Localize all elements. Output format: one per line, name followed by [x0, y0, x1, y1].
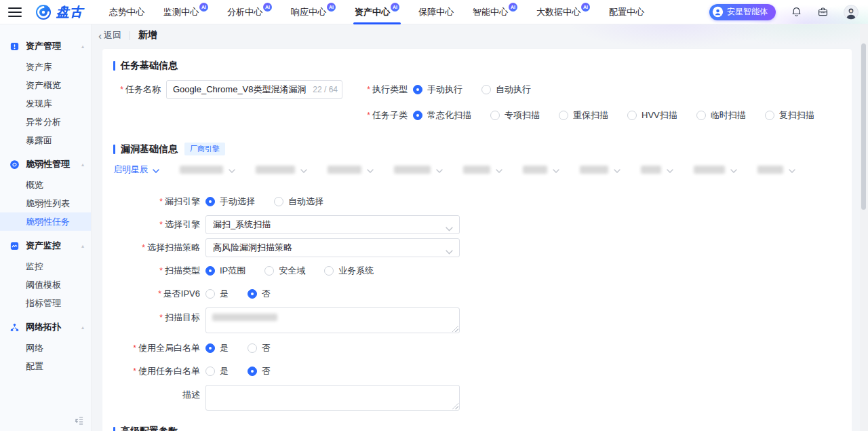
sidebar-item-资产概览[interactable]: 资产概览: [0, 76, 91, 94]
radio-option-label: 安全域: [279, 265, 305, 277]
sidebar-item-配置[interactable]: 配置: [0, 357, 91, 375]
nav-item-保障中心[interactable]: 保障中心: [414, 0, 458, 24]
chevron-down-icon: [496, 165, 502, 175]
vendor-select-qimingxingchen[interactable]: 启明星辰: [113, 164, 159, 176]
section-advanced-config: 高级配置参数 ≂: [113, 426, 841, 431]
sidebar-item-监控[interactable]: 监控: [0, 257, 91, 276]
back-button[interactable]: ‹ 返回: [98, 29, 121, 41]
redacted-text: [580, 166, 608, 174]
sidebar-item-网络[interactable]: 网络: [0, 339, 91, 357]
menu-toggle-icon[interactable]: [8, 7, 22, 17]
sidebar-item-脆弱性列表[interactable]: 脆弱性列表: [0, 194, 91, 212]
radio-option-自动执行[interactable]: 自动执行: [481, 83, 531, 96]
sidebar-item-阈值模板[interactable]: 阈值模板: [0, 276, 91, 294]
vulnerability-management-icon: [9, 160, 20, 170]
radio-option-业务系统[interactable]: 业务系统: [324, 265, 374, 277]
radio-option-专项扫描[interactable]: 专项扫描: [490, 109, 540, 121]
ai-badge-icon: AI: [509, 3, 517, 12]
radio-option-临时扫描[interactable]: 临时扫描: [696, 109, 746, 121]
radio-option-手动执行[interactable]: 手动执行: [413, 83, 462, 96]
sidebar-group-title: 资产管理: [26, 40, 61, 52]
task-name-row: 任务名称 22 / 64: [113, 80, 342, 99]
radio-option-手动选择[interactable]: 手动选择: [205, 195, 255, 208]
engine-select[interactable]: 漏扫_系统扫描: [205, 215, 460, 234]
chevron-down-icon: [614, 165, 620, 175]
section-bar: [113, 145, 115, 154]
strategy-select[interactable]: 高风险漏洞扫描策略: [205, 238, 460, 257]
scrollbar-track[interactable]: [860, 24, 868, 431]
vendor-redacted-dropdown[interactable]: [641, 165, 673, 175]
radio-dot: [205, 289, 215, 299]
radio-option-HVV扫描[interactable]: HVV扫描: [627, 109, 677, 121]
radio-option-label: IP范围: [220, 265, 245, 277]
sidebar-item-概览[interactable]: 概览: [0, 176, 91, 194]
nav-item-大数据中心[interactable]: 大数据中心AI: [532, 0, 594, 24]
radio-option-否[interactable]: 否: [248, 365, 271, 377]
vendor-redacted-dropdown[interactable]: [580, 165, 620, 175]
vendor-dropdown-row: 启明星辰: [113, 164, 841, 176]
vendor-redacted-dropdown[interactable]: [757, 165, 795, 175]
collapse-toggle-icon[interactable]: ≂: [183, 428, 189, 431]
radio-option-是[interactable]: 是: [205, 342, 229, 354]
ipv6-row: 是否IPV6 是否: [113, 284, 841, 303]
vendor-redacted-dropdown[interactable]: [463, 165, 502, 175]
nav-item-资产中心[interactable]: 资产中心AI: [351, 0, 403, 24]
radio-option-是[interactable]: 是: [205, 365, 229, 377]
radio-option-label: 否: [262, 342, 271, 354]
sidebar-group-脆弱性管理[interactable]: 脆弱性管理▴: [0, 153, 91, 176]
vendor-redacted-dropdown[interactable]: [328, 165, 374, 175]
vendor-redacted-dropdown[interactable]: [523, 165, 559, 175]
nav-item-分析中心[interactable]: 分析中心AI: [223, 0, 276, 24]
sidebar-collapse-icon[interactable]: [74, 415, 84, 426]
task-name-input-wrap: 22 / 64: [166, 80, 342, 99]
vendor-engine-tag: 厂商引擎: [184, 143, 225, 155]
sidebar-item-指标管理[interactable]: 指标管理: [0, 294, 91, 312]
vendor-redacted-dropdown[interactable]: [256, 165, 307, 175]
radio-dot: [490, 111, 500, 120]
vendor-redacted-dropdown[interactable]: [180, 165, 235, 175]
network-topology-icon: [9, 322, 20, 333]
nav-item-智能中心[interactable]: 智能中心AI: [469, 0, 521, 24]
sidebar-group-资产监控[interactable]: 资产监控▴: [0, 234, 91, 257]
radio-dot: [274, 197, 283, 206]
radio-option-安全域[interactable]: 安全域: [264, 265, 305, 277]
ai-assistant-button[interactable]: 安星智能体: [709, 4, 776, 20]
redacted-text: [180, 166, 223, 174]
radio-option-label: 否: [262, 365, 271, 377]
radio-option-常态化扫描[interactable]: 常态化扫描: [413, 109, 471, 121]
nav-item-监测中心[interactable]: 监测中心AI: [159, 0, 212, 24]
notification-bell-icon[interactable]: [791, 6, 802, 18]
ai-badge-icon: AI: [327, 3, 336, 12]
scrollbar-thumb[interactable]: [861, 43, 866, 210]
radio-dot: [481, 85, 491, 94]
task-name-input[interactable]: [173, 85, 310, 95]
vendor-redacted-dropdown[interactable]: [394, 165, 443, 175]
radio-option-否[interactable]: 否: [248, 288, 271, 300]
nav-item-响应中心[interactable]: 响应中心AI: [287, 0, 340, 24]
radio-option-复扫扫描[interactable]: 复扫扫描: [765, 109, 814, 121]
sidebar-group-网络拓扑[interactable]: 网络拓扑▴: [0, 316, 91, 339]
radio-option-自动选择[interactable]: 自动选择: [274, 195, 323, 208]
sidebar-item-异常分析[interactable]: 异常分析: [0, 113, 91, 131]
sidebar-group-资产管理[interactable]: 资产管理▴: [0, 35, 91, 58]
sidebar-item-脆弱性任务[interactable]: 脆弱性任务: [0, 212, 91, 231]
radio-option-重保扫描[interactable]: 重保扫描: [559, 109, 608, 121]
description-textarea[interactable]: [205, 385, 460, 411]
redacted-text: [694, 166, 725, 174]
nav-item-配置中心[interactable]: 配置中心: [605, 0, 648, 24]
strategy-select-label: 选择扫描策略: [113, 242, 200, 254]
scan-target-textarea[interactable]: [205, 307, 460, 333]
sidebar-item-资产库[interactable]: 资产库: [0, 58, 91, 76]
radio-option-IP范围[interactable]: IP范围: [205, 265, 245, 277]
vendor-redacted-dropdown[interactable]: [694, 165, 737, 175]
task-basic-row: 任务名称 22 / 64 执行类型 手动执行自动执行 任务子类 常态化扫描专项扫…: [113, 80, 841, 132]
strategy-select-value: 高风险漏洞扫描策略: [213, 242, 292, 254]
radio-option-是[interactable]: 是: [205, 288, 229, 300]
radio-option-否[interactable]: 否: [248, 342, 271, 354]
sidebar-item-发现库[interactable]: 发现库: [0, 94, 91, 113]
user-avatar[interactable]: [844, 5, 859, 20]
sidebar-item-暴露面[interactable]: 暴露面: [0, 131, 91, 149]
toolbox-icon[interactable]: [817, 6, 829, 18]
nav-item-态势中心[interactable]: 态势中心: [105, 0, 149, 24]
ipv6-radio-group: 是否: [205, 288, 290, 300]
